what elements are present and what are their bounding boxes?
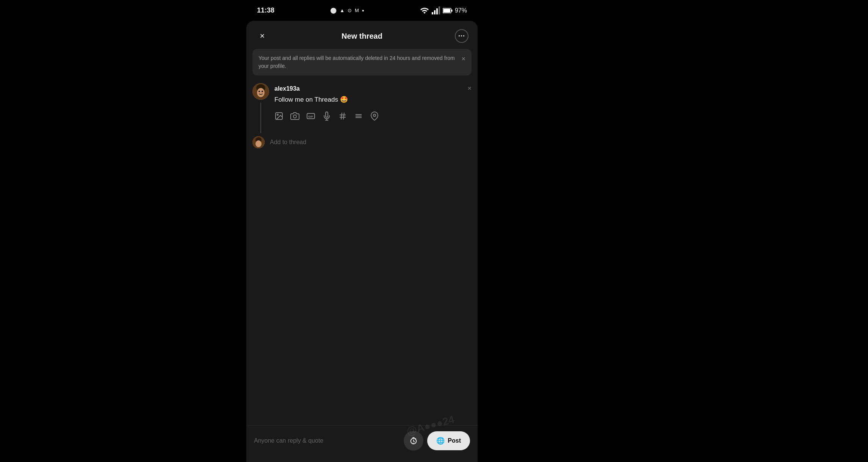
close-button[interactable]: × (255, 29, 269, 43)
thread-line (260, 103, 261, 133)
add-thread-avatar (252, 136, 265, 148)
svg-point-26 (373, 114, 376, 116)
modal-header: × New thread ··· (246, 21, 478, 49)
add-thread-row: Add to thread (252, 136, 472, 153)
hashtag-icon[interactable] (338, 112, 347, 121)
location-icon: ▲ (340, 8, 345, 13)
svg-line-22 (343, 113, 344, 119)
avatar-svg (252, 83, 269, 100)
thread-left-column (252, 83, 269, 133)
status-icons-right: 97% (420, 6, 467, 15)
microphone-icon[interactable] (322, 112, 331, 121)
svg-line-21 (341, 113, 342, 119)
svg-point-14 (293, 115, 296, 118)
battery-icon (443, 8, 453, 13)
timer-button[interactable]: 24 (404, 431, 423, 451)
svg-point-11 (262, 91, 263, 92)
post-button-label: Post (448, 437, 461, 444)
add-thread-avatar-svg (252, 136, 265, 148)
svg-rect-3 (439, 6, 440, 14)
add-thread-placeholder[interactable]: Add to thread (270, 139, 306, 146)
reply-anyone-text: Anyone can reply & quote (254, 437, 323, 444)
dot-icon: ● (362, 8, 364, 13)
circle-icon: ⚪ (330, 8, 337, 14)
svg-point-29 (255, 140, 262, 147)
avatar (252, 83, 269, 100)
alarm-icon: ⊙ (348, 8, 352, 13)
bottom-bar: Anyone can reply & quote 24 🌐 Post (246, 425, 478, 462)
mail-icon: M (355, 8, 359, 13)
thread-toolbar: GIF (274, 110, 472, 124)
svg-rect-0 (432, 12, 433, 14)
thread-text: Follow me on Threads 🤩 (274, 95, 472, 105)
location-pin-icon[interactable] (370, 112, 379, 121)
list-icon[interactable] (354, 112, 363, 121)
thread-content: alex193a × Follow me on Threads 🤩 (246, 80, 478, 425)
svg-point-9 (257, 88, 265, 97)
photo-gallery-icon[interactable] (274, 112, 284, 121)
avatar-image (252, 83, 269, 100)
status-icons-left: ⚪ ▲ ⊙ M ● (330, 8, 364, 14)
post-button[interactable]: 🌐 Post (427, 431, 470, 450)
signal-icon (431, 6, 440, 15)
svg-text:GIF: GIF (308, 115, 313, 118)
svg-rect-1 (434, 10, 436, 14)
svg-text:24: 24 (412, 443, 415, 445)
svg-rect-6 (451, 9, 453, 12)
camera-icon[interactable] (290, 112, 299, 121)
status-time: 11:38 (257, 6, 274, 14)
thread-item: alex193a × Follow me on Threads 🤩 (252, 83, 472, 133)
svg-rect-2 (436, 8, 438, 14)
timer-icon: 24 (409, 437, 418, 445)
status-bar: 11:38 ⚪ ▲ ⊙ M ● (246, 0, 478, 21)
post-globe-icon: 🌐 (436, 437, 445, 445)
bottom-actions: 24 🌐 Post (404, 431, 470, 451)
thread-username: alex193a (274, 85, 300, 92)
notification-banner: Your post and all replies will be automa… (252, 49, 472, 75)
thread-right-column: alex193a × Follow me on Threads 🤩 (274, 83, 472, 133)
svg-rect-5 (443, 8, 450, 12)
wifi-icon (420, 6, 429, 15)
more-options-button[interactable]: ··· (455, 29, 468, 43)
notification-text: Your post and all replies will be automa… (259, 54, 457, 70)
gif-icon[interactable]: GIF (306, 112, 315, 121)
thread-header-row: alex193a × (274, 85, 472, 93)
thread-item-close-button[interactable]: × (467, 85, 472, 93)
svg-point-10 (259, 91, 260, 92)
svg-point-13 (277, 114, 278, 115)
notification-close-button[interactable]: × (461, 55, 465, 63)
battery-text: 97% (455, 7, 467, 14)
header-title: New thread (342, 32, 382, 41)
modal-sheet: × New thread ··· Your post and all repli… (246, 21, 478, 462)
